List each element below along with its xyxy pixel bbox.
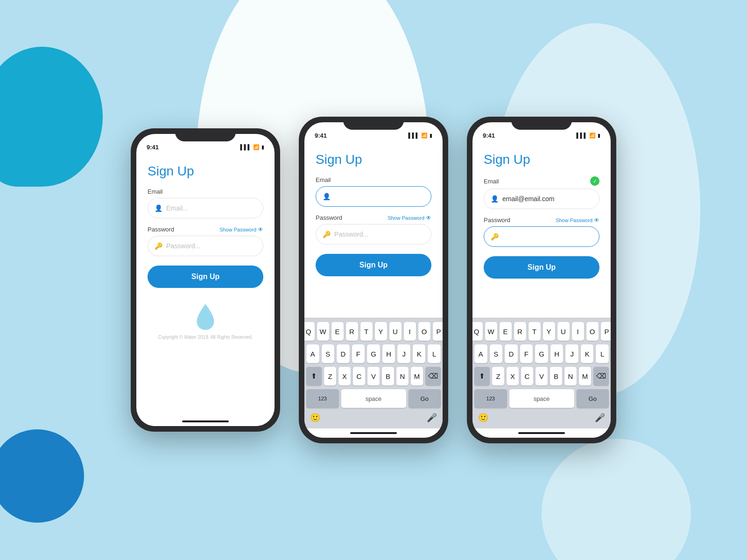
key-c-3[interactable]: C [521, 367, 533, 385]
key-a-3[interactable]: A [474, 344, 487, 363]
phone-1-email-label-row: Email [148, 188, 263, 195]
mic-icon-2[interactable]: 🎤 [427, 413, 437, 423]
key-p-3[interactable]: P [601, 322, 611, 341]
key-i-3[interactable]: I [572, 322, 584, 341]
phone-1-water-drop [148, 302, 263, 330]
key-s[interactable]: S [322, 344, 335, 363]
key-space[interactable]: space [341, 389, 406, 408]
key-p[interactable]: P [433, 322, 443, 341]
key-delete[interactable]: ⌫ [425, 367, 441, 385]
signal-icon-2: ▌▌▌ [409, 133, 419, 138]
phone-1-email-input[interactable]: 👤 Email... [148, 198, 263, 218]
key-go-3[interactable]: Go [577, 389, 609, 408]
key-r[interactable]: R [346, 322, 358, 341]
key-h-3[interactable]: H [550, 344, 564, 363]
key-n-3[interactable]: N [564, 367, 577, 385]
key-n[interactable]: N [396, 367, 409, 385]
key-i[interactable]: I [404, 322, 416, 341]
key-delete-3[interactable]: ⌫ [593, 367, 609, 385]
key-v[interactable]: V [367, 367, 380, 385]
key-j-3[interactable]: J [565, 344, 578, 363]
bg-decoration-teal [0, 47, 103, 187]
key-s-3[interactable]: S [490, 344, 503, 363]
phone-1-notch [175, 128, 236, 141]
key-x-3[interactable]: X [507, 367, 519, 385]
emoji-icon-3[interactable]: 🙂 [478, 413, 488, 423]
key-j[interactable]: J [397, 344, 410, 363]
phone-1-show-password[interactable]: Show Password 👁 [219, 226, 263, 233]
key-d[interactable]: D [337, 344, 350, 363]
phone-3-show-password[interactable]: Show Password 👁 [556, 217, 599, 224]
key-h[interactable]: H [382, 344, 395, 363]
key-y[interactable]: Y [375, 322, 387, 341]
key-g[interactable]: G [367, 344, 380, 363]
key-l-3[interactable]: L [596, 344, 609, 363]
phone-1-signup-button[interactable]: Sign Up [148, 266, 263, 288]
key-space-3[interactable]: space [509, 389, 574, 408]
key-u-3[interactable]: U [557, 322, 570, 341]
key-e[interactable]: E [331, 322, 344, 341]
key-z[interactable]: Z [324, 367, 336, 385]
eye-icon-1: 👁 [258, 226, 263, 233]
key-k-3[interactable]: K [581, 344, 594, 363]
phone-1-password-input[interactable]: 🔑 Password... [148, 236, 263, 256]
mic-icon-3[interactable]: 🎤 [595, 413, 605, 423]
key-t[interactable]: T [360, 322, 373, 341]
phone-2-notch [343, 117, 404, 130]
key-v-3[interactable]: V [536, 367, 548, 385]
wifi-icon: 📶 [253, 144, 260, 150]
phone-2-password-input[interactable]: 🔑 Password... [316, 224, 431, 245]
phone-3-password-label-row: Password Show Password 👁 [484, 217, 599, 224]
phone-2-inner: 9:41 ▌▌▌ 📶 ▮ Sign Up Email 👤 [304, 122, 443, 438]
phone-3-email-input[interactable]: 👤 email@email.com [484, 189, 599, 209]
key-q[interactable]: Q [304, 322, 315, 341]
key-g-3[interactable]: G [535, 344, 548, 363]
phone-2-signup-button[interactable]: Sign Up [316, 254, 431, 276]
key-b[interactable]: B [382, 367, 394, 385]
key-f[interactable]: F [352, 344, 365, 363]
key-shift-3[interactable]: ⬆ [474, 367, 490, 385]
key-r-3[interactable]: R [514, 322, 526, 341]
key-icon-2: 🔑 [323, 231, 331, 238]
key-a[interactable]: A [306, 344, 319, 363]
phone-3-password-label: Password [484, 217, 510, 224]
phone-2-show-password[interactable]: Show Password 👁 [388, 215, 431, 221]
key-z-3[interactable]: Z [492, 367, 504, 385]
key-m-3[interactable]: M [579, 367, 591, 385]
battery-icon-2: ▮ [430, 133, 432, 139]
key-t-3[interactable]: T [529, 322, 541, 341]
person-icon-2: 👤 [323, 193, 331, 200]
key-shift[interactable]: ⬆ [306, 367, 322, 385]
key-w-3[interactable]: W [485, 322, 497, 341]
key-go[interactable]: Go [409, 389, 441, 408]
key-e-3[interactable]: E [500, 322, 512, 341]
key-w[interactable]: W [317, 322, 329, 341]
phone-2-email-input[interactable]: 👤 [316, 186, 431, 207]
emoji-icon-2[interactable]: 🙂 [310, 413, 320, 423]
key-m[interactable]: M [411, 367, 423, 385]
key-123[interactable]: 123 [306, 389, 339, 408]
key-123-3[interactable]: 123 [474, 389, 507, 408]
phone-3-email-label: Email [484, 178, 499, 185]
phone-3-keyboard-row4: 123 space Go [474, 389, 609, 408]
phone-3: 9:41 ▌▌▌ 📶 ▮ Sign Up Email ✓ 👤 email@ema… [467, 117, 616, 443]
key-x[interactable]: X [338, 367, 351, 385]
phone-3-password-input[interactable]: 🔑 [484, 226, 599, 247]
phone-1: 9:41 ▌▌▌ 📶 ▮ Sign Up Email 👤 Email... [131, 128, 280, 432]
key-o[interactable]: O [418, 322, 430, 341]
phones-container: 9:41 ▌▌▌ 📶 ▮ Sign Up Email 👤 Email... [131, 117, 616, 443]
key-icon-1: 🔑 [155, 242, 162, 250]
key-y-3[interactable]: Y [543, 322, 555, 341]
key-k[interactable]: K [413, 344, 426, 363]
key-c[interactable]: C [353, 367, 365, 385]
key-l[interactable]: L [428, 344, 441, 363]
key-d-3[interactable]: D [505, 344, 518, 363]
phone-2-keyboard-bottom: 🙂 🎤 [306, 412, 441, 425]
key-q-3[interactable]: Q [472, 322, 483, 341]
phone-3-signup-button[interactable]: Sign Up [484, 256, 599, 279]
key-u[interactable]: U [389, 322, 402, 341]
phone-1-home-indicator [136, 417, 275, 426]
key-o-3[interactable]: O [586, 322, 599, 341]
key-b-3[interactable]: B [550, 367, 562, 385]
key-f-3[interactable]: F [520, 344, 533, 363]
